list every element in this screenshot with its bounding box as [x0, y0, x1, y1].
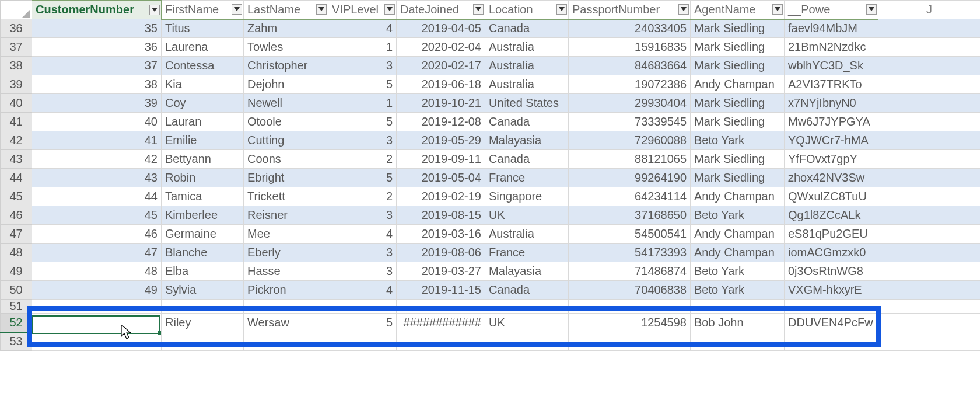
cell-empty[interactable]: [328, 300, 397, 314]
cell-customernumber[interactable]: 41: [32, 131, 162, 150]
cell-power[interactable]: eS81qPu2GEU: [785, 225, 878, 244]
cell-customernumber[interactable]: 44: [32, 187, 162, 206]
cell-customernumber[interactable]: 36: [32, 38, 162, 57]
cell-firstname[interactable]: Blanche: [162, 244, 244, 262]
cell-viplevel[interactable]: 5: [328, 113, 397, 131]
cell-datejoined[interactable]: 2020-02-17: [397, 57, 485, 75]
table-row[interactable]: 37 36 Laurena Towles 1 2020-02-04 Austra…: [1, 38, 981, 57]
cell-viplevel[interactable]: 4: [328, 225, 397, 244]
cell-power[interactable]: faevl94MbJM: [785, 19, 878, 38]
cell-viplevel[interactable]: 5: [328, 314, 397, 332]
cell-empty[interactable]: [32, 300, 162, 314]
cell-customernumber[interactable]: 38: [32, 75, 162, 94]
table-row[interactable]: 50 49 Sylvia Pickron 4 2019-11-15 Canada…: [1, 281, 981, 300]
cell-empty[interactable]: [878, 150, 981, 169]
cell-empty[interactable]: [328, 332, 397, 351]
cell-datejoined[interactable]: 2019-02-19: [397, 187, 485, 206]
row-header[interactable]: 49: [1, 262, 32, 281]
cell-passportnumber[interactable]: 15916835: [569, 38, 691, 57]
cell-passportnumber[interactable]: 84683664: [569, 57, 691, 75]
filter-dropdown-icon[interactable]: [772, 4, 783, 15]
col-header-power[interactable]: __Powe: [785, 1, 878, 19]
cell-empty[interactable]: [397, 300, 485, 314]
cell-empty[interactable]: [569, 300, 691, 314]
col-header-passportnumber[interactable]: PassportNumber: [569, 1, 691, 19]
row-header[interactable]: 45: [1, 187, 32, 206]
cell-location[interactable]: Australia: [485, 225, 569, 244]
col-header-customernumber[interactable]: CustomerNumber: [32, 1, 162, 19]
cell-passportnumber[interactable]: 1254598: [569, 314, 691, 332]
cell-agentname[interactable]: Beto Yark: [691, 206, 785, 225]
filter-dropdown-icon[interactable]: [232, 4, 242, 15]
row-header[interactable]: 40: [1, 94, 32, 113]
cell-agentname[interactable]: Beto Yark: [691, 131, 785, 150]
cell-empty[interactable]: [485, 332, 569, 351]
table-row[interactable]: 45 44 Tamica Trickett 2 2019-02-19 Singa…: [1, 187, 981, 206]
cell-empty[interactable]: [878, 262, 981, 281]
cell-lastname[interactable]: Christopher: [244, 57, 328, 75]
cell-location[interactable]: Australia: [485, 57, 569, 75]
table-row[interactable]: 41 40 Lauran Otoole 5 2019-12-08 Canada …: [1, 113, 981, 131]
cell-firstname[interactable]: Riley: [162, 314, 244, 332]
row-header[interactable]: 43: [1, 150, 32, 169]
cell-customernumber[interactable]: 42: [32, 150, 162, 169]
table-row[interactable]: 46 45 Kimberlee Reisner 3 2019-08-15 UK …: [1, 206, 981, 225]
cell-empty[interactable]: [878, 57, 981, 75]
row-header[interactable]: 44: [1, 169, 32, 187]
spreadsheet-viewport[interactable]: CustomerNumber FirstName LastName VIPLev…: [0, 0, 980, 393]
cell-datejoined[interactable]: 2019-04-05: [397, 19, 485, 38]
cell-location[interactable]: Australia: [485, 38, 569, 57]
table-row[interactable]: 44 43 Robin Ebright 5 2019-05-04 France …: [1, 169, 981, 187]
cell-empty[interactable]: [785, 300, 878, 314]
filter-dropdown-icon[interactable]: [678, 4, 689, 15]
table-row[interactable]: 40 39 Coy Newell 1 2019-10-21 United Sta…: [1, 94, 981, 113]
cell-lastname[interactable]: Ebright: [244, 169, 328, 187]
cell-location[interactable]: UK: [485, 206, 569, 225]
cell-empty[interactable]: [878, 38, 981, 57]
cell-empty[interactable]: [878, 19, 981, 38]
row-header[interactable]: 53: [1, 332, 32, 351]
cell-customernumber[interactable]: 48: [32, 262, 162, 281]
table-row[interactable]: 36 35 Titus Zahm 4 2019-04-05 Canada 240…: [1, 19, 981, 38]
cell-passportnumber[interactable]: 71486874: [569, 262, 691, 281]
filter-dropdown-icon[interactable]: [866, 4, 877, 15]
cell-power[interactable]: zhox42NV3Sw: [785, 169, 878, 187]
select-all-corner[interactable]: [1, 1, 32, 19]
cell-lastname[interactable]: Pickron: [244, 281, 328, 300]
cell-location[interactable]: UK: [485, 314, 569, 332]
cell-lastname[interactable]: Hasse: [244, 262, 328, 281]
col-header-agentname[interactable]: AgentName: [691, 1, 785, 19]
cell-empty[interactable]: [878, 187, 981, 206]
cell-location[interactable]: Singapore: [485, 187, 569, 206]
col-header-viplevel[interactable]: VIPLevel: [328, 1, 397, 19]
cell-agentname[interactable]: Beto Yark: [691, 262, 785, 281]
cell-datejoined[interactable]: 2019-08-06: [397, 244, 485, 262]
cell-viplevel[interactable]: 3: [328, 244, 397, 262]
cell-viplevel[interactable]: 3: [328, 262, 397, 281]
cell-agentname[interactable]: Mark Siedling: [691, 169, 785, 187]
cell-agentname[interactable]: Mark Siedling: [691, 150, 785, 169]
cell-passportnumber[interactable]: 88121065: [569, 150, 691, 169]
cell-agentname[interactable]: Mark Siedling: [691, 57, 785, 75]
cell-power[interactable]: 21BmN2Nzdkc: [785, 38, 878, 57]
cell-passportnumber[interactable]: 29930404: [569, 94, 691, 113]
table-row[interactable]: 38 37 Contessa Christopher 3 2020-02-17 …: [1, 57, 981, 75]
col-header-j[interactable]: J: [878, 1, 981, 19]
cell-empty[interactable]: [878, 244, 981, 262]
filter-dropdown-icon[interactable]: [316, 4, 327, 15]
cell-datejoined[interactable]: 2020-02-04: [397, 38, 485, 57]
cell-viplevel[interactable]: 5: [328, 75, 397, 94]
col-header-location[interactable]: Location: [485, 1, 569, 19]
cell-agentname[interactable]: Mark Siedling: [691, 113, 785, 131]
cell-firstname[interactable]: Bettyann: [162, 150, 244, 169]
cell-datejoined[interactable]: 2019-09-11: [397, 150, 485, 169]
cell-customernumber[interactable]: 37: [32, 57, 162, 75]
cell-passportnumber[interactable]: 54500541: [569, 225, 691, 244]
cell-empty[interactable]: [878, 94, 981, 113]
cell-empty[interactable]: [244, 332, 328, 351]
row-header[interactable]: 46: [1, 206, 32, 225]
cell-location[interactable]: Australia: [485, 75, 569, 94]
cell-location[interactable]: Canada: [485, 150, 569, 169]
cell-power[interactable]: Qg1l8ZCcALk: [785, 206, 878, 225]
cell-agentname[interactable]: Beto Yark: [691, 281, 785, 300]
